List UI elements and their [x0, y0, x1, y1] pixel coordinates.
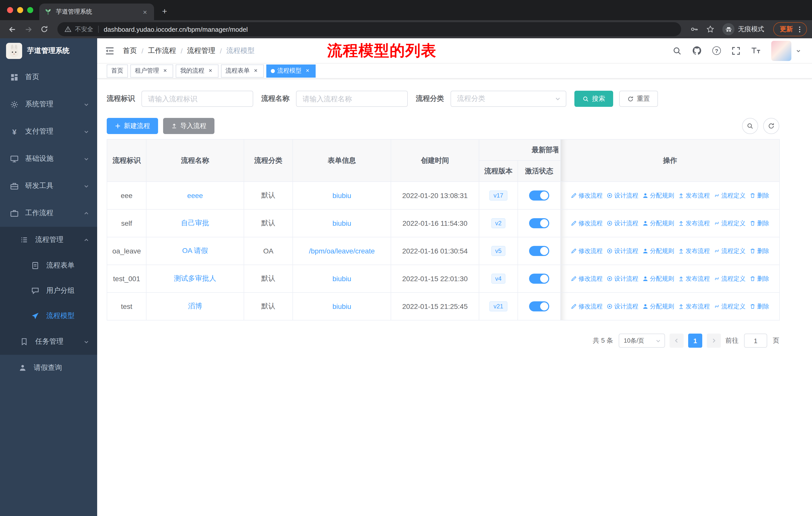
- design-process-link[interactable]: 设计流程: [607, 302, 638, 311]
- font-size-icon[interactable]: [751, 47, 761, 54]
- forward-button[interactable]: [21, 22, 35, 36]
- incognito-badge[interactable]: 无痕模式: [722, 23, 764, 35]
- assign-rule-link[interactable]: 分配规则: [642, 191, 674, 200]
- sidebar-item-process-form[interactable]: 流程表单: [0, 253, 97, 278]
- sidebar-collapse-icon[interactable]: [105, 46, 115, 56]
- github-icon[interactable]: [692, 46, 702, 55]
- delete-link[interactable]: 删除: [750, 219, 769, 227]
- process-name-link[interactable]: 滔博: [188, 302, 202, 310]
- form-link[interactable]: biubiu: [332, 302, 351, 310]
- close-icon[interactable]: ×: [162, 67, 169, 74]
- design-process-link[interactable]: 设计流程: [607, 191, 638, 200]
- close-icon[interactable]: ×: [252, 67, 259, 74]
- create-process-button[interactable]: 新建流程: [107, 118, 158, 134]
- sidebar-item-devtools[interactable]: 研发工具: [0, 172, 97, 199]
- process-definition-link[interactable]: 流程定义: [714, 219, 746, 227]
- import-process-button[interactable]: 导入流程: [163, 118, 214, 134]
- sidebar-item-process-mgmt[interactable]: 流程管理: [0, 227, 97, 253]
- edit-process-link[interactable]: 修改流程: [571, 302, 603, 311]
- status-toggle[interactable]: [529, 274, 549, 284]
- sidebar-item-leave-query[interactable]: 请假查询: [0, 355, 97, 381]
- design-process-link[interactable]: 设计流程: [607, 219, 638, 227]
- address-bar[interactable]: 不安全 dashboard.yudao.iocoder.cn/bpm/manag…: [57, 22, 681, 36]
- form-link[interactable]: /bpm/oa/leave/create: [309, 247, 375, 255]
- process-name-input[interactable]: [296, 91, 408, 107]
- update-button[interactable]: 更新: [773, 22, 807, 36]
- security-label[interactable]: 不安全: [75, 25, 93, 33]
- sidebar-item-workflow[interactable]: 工作流程: [0, 199, 97, 227]
- publish-process-link[interactable]: 发布流程: [678, 191, 710, 200]
- category-select[interactable]: 流程分类: [451, 91, 566, 107]
- process-definition-link[interactable]: 流程定义: [714, 302, 746, 311]
- tag-home[interactable]: 首页: [107, 64, 128, 77]
- bookmark-star-icon[interactable]: [703, 22, 717, 36]
- sidebar-item-home[interactable]: 首页: [0, 63, 97, 91]
- avatar[interactable]: [771, 40, 791, 61]
- reset-button[interactable]: 重置: [619, 91, 658, 107]
- process-definition-link[interactable]: 流程定义: [714, 191, 746, 200]
- edit-process-link[interactable]: 修改流程: [571, 274, 603, 283]
- search-icon[interactable]: [672, 46, 682, 55]
- prev-page-button[interactable]: [670, 333, 684, 348]
- minimize-window-button[interactable]: [17, 7, 23, 13]
- tag-my-process[interactable]: 我的流程×: [176, 64, 219, 77]
- close-window-button[interactable]: [7, 7, 13, 13]
- process-definition-link[interactable]: 流程定义: [714, 247, 746, 255]
- back-button[interactable]: [5, 22, 19, 36]
- sidebar-item-task-mgmt[interactable]: 任务管理: [0, 329, 97, 355]
- new-tab-button[interactable]: +: [158, 5, 171, 18]
- delete-link[interactable]: 删除: [750, 302, 769, 311]
- password-key-icon[interactable]: [687, 22, 701, 36]
- tag-process-form[interactable]: 流程表单×: [221, 64, 264, 77]
- edit-process-link[interactable]: 修改流程: [571, 191, 603, 200]
- status-toggle[interactable]: [529, 218, 549, 228]
- maximize-window-button[interactable]: [27, 7, 33, 13]
- form-link[interactable]: biubiu: [332, 191, 351, 199]
- sidebar-item-infrastructure[interactable]: 基础设施: [0, 145, 97, 172]
- search-button[interactable]: 搜索: [574, 91, 613, 107]
- process-name-link[interactable]: 自己审批: [181, 219, 209, 227]
- tag-process-model[interactable]: 流程模型×: [266, 64, 316, 77]
- tag-tenant-mgmt[interactable]: 租户管理×: [130, 64, 173, 77]
- sidebar-item-process-model[interactable]: 流程模型: [0, 303, 97, 329]
- breadcrumb-item[interactable]: 流程管理: [187, 46, 215, 55]
- page-size-select[interactable]: 10条/页: [619, 333, 665, 348]
- assign-rule-link[interactable]: 分配规则: [642, 302, 674, 311]
- form-link[interactable]: biubiu: [332, 219, 351, 227]
- process-name-link[interactable]: eeee: [187, 191, 203, 199]
- status-toggle[interactable]: [529, 190, 549, 200]
- close-icon[interactable]: ×: [304, 67, 311, 74]
- show-search-icon[interactable]: [742, 118, 758, 134]
- process-definition-link[interactable]: 流程定义: [714, 274, 746, 283]
- publish-process-link[interactable]: 发布流程: [678, 274, 710, 283]
- assign-rule-link[interactable]: 分配规则: [642, 219, 674, 227]
- tab-close-icon[interactable]: ×: [141, 8, 149, 16]
- assign-rule-link[interactable]: 分配规则: [642, 274, 674, 283]
- goto-page-input[interactable]: [744, 333, 767, 348]
- help-icon[interactable]: ?: [712, 46, 721, 55]
- delete-link[interactable]: 删除: [750, 247, 769, 255]
- close-icon[interactable]: ×: [207, 67, 214, 74]
- refresh-icon[interactable]: [763, 118, 779, 134]
- edit-process-link[interactable]: 修改流程: [571, 247, 603, 255]
- sidebar-item-system[interactable]: 系统管理: [0, 91, 97, 118]
- design-process-link[interactable]: 设计流程: [607, 247, 638, 255]
- page-number-button[interactable]: 1: [688, 333, 702, 348]
- publish-process-link[interactable]: 发布流程: [678, 219, 710, 227]
- sidebar-item-user-group[interactable]: 用户分组: [0, 278, 97, 303]
- fullscreen-icon[interactable]: [731, 46, 741, 55]
- design-process-link[interactable]: 设计流程: [607, 274, 638, 283]
- status-toggle[interactable]: [529, 301, 549, 311]
- publish-process-link[interactable]: 发布流程: [678, 247, 710, 255]
- assign-rule-link[interactable]: 分配规则: [642, 247, 674, 255]
- process-name-link[interactable]: 测试多审批人: [174, 274, 216, 282]
- publish-process-link[interactable]: 发布流程: [678, 302, 710, 311]
- reload-button[interactable]: [37, 22, 51, 36]
- delete-link[interactable]: 删除: [750, 274, 769, 283]
- form-link[interactable]: biubiu: [332, 275, 351, 283]
- kebab-menu-icon[interactable]: [796, 25, 804, 33]
- browser-tab[interactable]: 芋道管理系统 ×: [39, 3, 154, 20]
- breadcrumb-item[interactable]: 首页: [123, 46, 137, 55]
- process-key-input[interactable]: [141, 91, 253, 107]
- edit-process-link[interactable]: 修改流程: [571, 219, 603, 227]
